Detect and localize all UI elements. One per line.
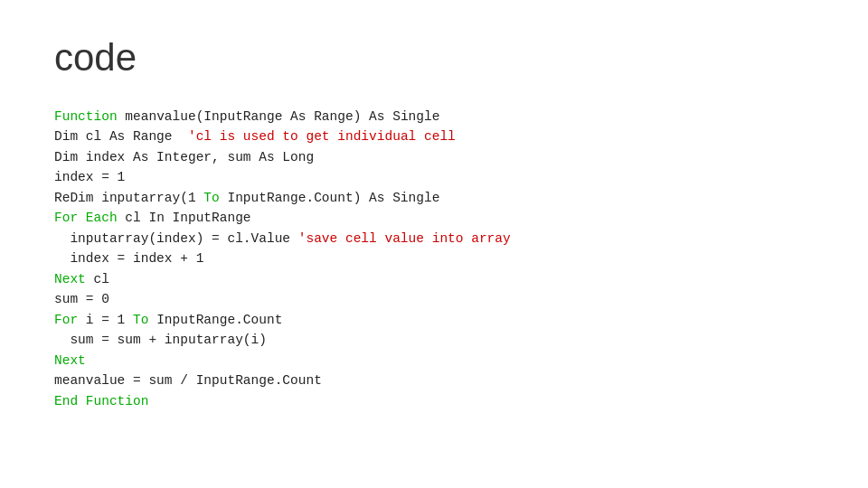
slide: code Function meanvalue(InputRange As Ra… [0, 0, 868, 488]
code-line: Dim cl As Range 'cl is used to get indiv… [54, 127, 814, 146]
code-line: index = 1 [54, 167, 814, 187]
code-line: index = index + 1 [54, 249, 814, 268]
code-text: cl In InputRange [118, 211, 251, 225]
code-text: i = 1 [78, 313, 133, 327]
code-text: inputarray(index) = cl.Value [54, 231, 298, 246]
code-line: inputarray(index) = cl.Value 'save cell … [54, 229, 814, 249]
code-text: index = 1 [54, 170, 125, 184]
code-text: ReDim inputarray(1 [54, 191, 203, 205]
keyword: Function [54, 109, 118, 124]
code-block: Function meanvalue(InputRange As Range) … [54, 107, 814, 411]
code-line: Next cl [54, 269, 814, 289]
comment: 'cl is used to get individual cell [188, 129, 456, 144]
keyword: Next [54, 272, 86, 286]
code-text: sum = 0 [54, 292, 109, 306]
keyword: End Function [54, 394, 148, 408]
comment: 'save cell value into array [298, 231, 511, 246]
code-line: Function meanvalue(InputRange As Range) … [54, 107, 814, 127]
code-text: meanvalue(InputRange As Range) As Single [118, 109, 440, 124]
code-text: sum = sum + inputarray(i) [54, 333, 267, 347]
code-text: Dim cl As Range [54, 129, 188, 144]
keyword: To [133, 313, 148, 327]
code-line: sum = sum + inputarray(i) [54, 330, 814, 350]
keyword: For Each [54, 211, 118, 225]
code-line: ReDim inputarray(1 To InputRange.Count) … [54, 188, 814, 208]
code-text: cl [86, 272, 109, 286]
code-line: Dim index As Integer, sum As Long [54, 147, 814, 167]
keyword: To [203, 191, 219, 205]
code-line: For i = 1 To InputRange.Count [54, 310, 814, 330]
code-line: For Each cl In InputRange [54, 208, 814, 228]
code-line: sum = 0 [54, 289, 814, 309]
code-text: InputRange.Count [148, 313, 282, 327]
slide-title: code [54, 36, 814, 80]
keyword: For [54, 313, 78, 327]
keyword: Next [54, 353, 86, 368]
code-line: Next [54, 351, 814, 371]
code-text: index = index + 1 [54, 251, 203, 266]
code-text: Dim index As Integer, sum As Long [54, 150, 314, 164]
code-text: InputRange.Count) As Single [220, 191, 440, 205]
code-line: End Function [54, 391, 814, 411]
code-line: meanvalue = sum / InputRange.Count [54, 371, 814, 390]
code-text: meanvalue = sum / InputRange.Count [54, 373, 322, 388]
